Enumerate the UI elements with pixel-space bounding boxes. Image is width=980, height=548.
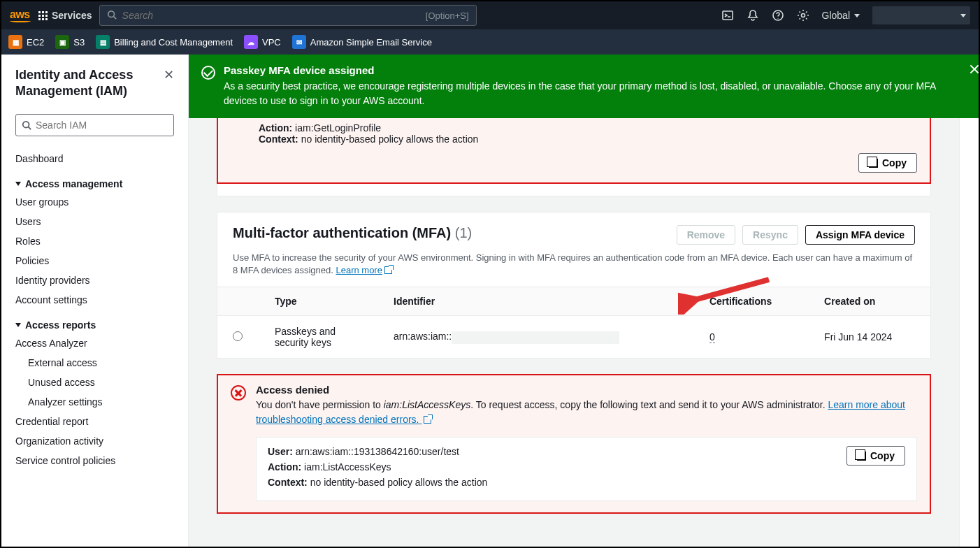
search-input[interactable]: [122, 10, 420, 21]
mfa-created-on: Fri Jun 14 2024: [809, 316, 930, 359]
svg-point-4: [801, 14, 805, 17]
mfa-panel: Multi-factor authentication (MFA) (1) Re…: [217, 212, 931, 359]
nav-external-access[interactable]: External access: [28, 353, 180, 373]
banner-body: As a security best practice, we encourag…: [224, 79, 948, 108]
row-select-radio[interactable]: [233, 331, 243, 341]
error-context-label: Context:: [259, 134, 298, 145]
assign-mfa-button[interactable]: Assign MFA device: [805, 225, 915, 245]
nav-organization-activity[interactable]: Organization activity: [15, 431, 180, 451]
region-label: Global: [822, 10, 850, 21]
sidebar-search-input[interactable]: [36, 120, 168, 131]
mfa-count: (1): [455, 225, 472, 240]
search-icon: [22, 120, 31, 130]
copy-icon: [869, 159, 878, 168]
caret-down-icon: [854, 14, 860, 17]
caret-down-icon: [15, 323, 21, 327]
svc-shortcut-ec2[interactable]: ▦EC2: [8, 35, 44, 49]
mfa-devices-table: Type Identifier Certifications Created o…: [217, 287, 930, 358]
access-denied-title: Access denied: [256, 384, 917, 396]
copy-icon: [857, 452, 866, 461]
svg-line-6: [29, 127, 31, 129]
region-selector[interactable]: Global: [822, 10, 860, 21]
mfa-learn-more-link[interactable]: Learn more: [336, 265, 391, 275]
grid-icon: [38, 10, 48, 20]
banner-title: Passkey MFA device assigned: [224, 64, 948, 76]
success-check-icon: [201, 66, 215, 80]
nav-policies[interactable]: Policies: [15, 251, 180, 271]
col-identifier: Identifier: [378, 287, 694, 316]
search-shortcut: [Option+S]: [426, 10, 469, 21]
svg-point-5: [23, 122, 29, 128]
mfa-description: Use MFA to increase the security of your…: [217, 252, 930, 287]
col-certifications: Certifications: [694, 287, 809, 316]
main-content: Passkey MFA device assigned As a securit…: [189, 55, 979, 547]
sidebar-search[interactable]: [15, 114, 174, 136]
vpc-icon: ☁: [244, 35, 258, 49]
copy-error-button[interactable]: Copy: [858, 153, 917, 173]
nav-identity-providers[interactable]: Identity providers: [15, 271, 180, 290]
access-denied-body: You don't have permission to iam:ListAcc…: [256, 398, 917, 427]
nav-section-access-reports[interactable]: Access reports: [15, 319, 180, 331]
detail-user-value: arn:aws:iam::193138642160:user/test: [296, 446, 459, 457]
resync-mfa-button[interactable]: Resync: [742, 225, 798, 245]
search-icon: [107, 10, 117, 22]
caret-down-icon: [15, 182, 21, 186]
ec2-icon: ▦: [8, 35, 22, 49]
svc-shortcut-billing[interactable]: ▤Billing and Cost Management: [96, 35, 233, 49]
settings-icon[interactable]: [797, 9, 809, 22]
detail-action-label: Action:: [268, 461, 301, 473]
remove-mfa-button[interactable]: Remove: [677, 225, 735, 245]
nav-service-control-policies[interactable]: Service control policies: [15, 451, 180, 470]
mfa-identifier: arn:aws:iam::: [378, 316, 694, 359]
billing-icon: ▤: [96, 35, 110, 49]
services-menu-button[interactable]: Services: [38, 10, 92, 21]
nav-roles[interactable]: Roles: [15, 231, 180, 251]
error-icon: [231, 385, 246, 401]
nav-user-groups[interactable]: User groups: [15, 192, 180, 212]
svg-point-0: [108, 10, 114, 17]
account-menu[interactable]: [872, 6, 970, 24]
mfa-heading: Multi-factor authentication (MFA) (1): [233, 225, 472, 241]
mfa-device-row[interactable]: Passkeys and security keys arn:aws:iam::…: [217, 316, 930, 359]
global-search[interactable]: [Option+S]: [99, 5, 477, 26]
aws-logo[interactable]: aws: [10, 8, 31, 22]
nav-unused-access[interactable]: Unused access: [28, 373, 180, 392]
right-tool-rail: [959, 55, 979, 547]
ses-icon: ✉: [292, 35, 306, 49]
detail-context-label: Context:: [268, 477, 308, 488]
nav-credential-report[interactable]: Credential report: [15, 412, 180, 431]
nav-dashboard[interactable]: Dashboard: [15, 149, 180, 168]
sidebar-close-button[interactable]: ✕: [164, 67, 174, 82]
services-label: Services: [52, 10, 92, 21]
svc-shortcut-ses[interactable]: ✉Amazon Simple Email Service: [292, 35, 432, 49]
s3-icon: ▣: [55, 35, 69, 49]
nav-access-analyzer[interactable]: Access Analyzer: [15, 333, 180, 353]
error-context-value: no identity-based policy allows the acti…: [301, 134, 479, 145]
access-denied-details: User: arn:aws:iam::193138642160:user/tes…: [256, 437, 917, 501]
svc-shortcut-vpc[interactable]: ☁VPC: [244, 35, 281, 49]
notifications-icon[interactable]: [747, 9, 759, 22]
external-link-icon: [384, 266, 392, 274]
help-icon[interactable]: [772, 9, 784, 22]
error-action-value: iam:GetLoginProfile: [295, 122, 381, 134]
external-link-icon: [424, 416, 431, 424]
copy-details-button[interactable]: Copy: [846, 446, 905, 466]
cloudshell-icon[interactable]: [721, 9, 734, 22]
global-nav: aws Services [Option+S] Global: [1, 1, 979, 29]
nav-account-settings[interactable]: Account settings: [15, 290, 180, 310]
nav-section-access-management[interactable]: Access management: [15, 178, 180, 189]
mfa-type: Passkeys and security keys: [259, 316, 378, 359]
svc-shortcut-s3[interactable]: ▣S3: [55, 35, 85, 49]
nav-users[interactable]: Users: [15, 212, 180, 231]
error-action-label: Action:: [259, 122, 292, 134]
caret-down-icon: [960, 14, 966, 17]
svg-line-1: [113, 16, 116, 19]
detail-action-value: iam:ListAccessKeys: [304, 461, 391, 473]
access-denied-panel: Access denied You don't have permission …: [217, 374, 931, 514]
detail-context-value: no identity-based policy allows the acti…: [310, 477, 488, 488]
service-shortcut-bar: ▦EC2 ▣S3 ▤Billing and Cost Management ☁V…: [1, 29, 979, 55]
nav-analyzer-settings[interactable]: Analyzer settings: [28, 392, 180, 412]
success-banner: Passkey MFA device assigned As a securit…: [189, 55, 979, 118]
sidebar-nav: Dashboard Access management User groups …: [1, 145, 188, 484]
col-created-on: Created on: [809, 287, 930, 316]
